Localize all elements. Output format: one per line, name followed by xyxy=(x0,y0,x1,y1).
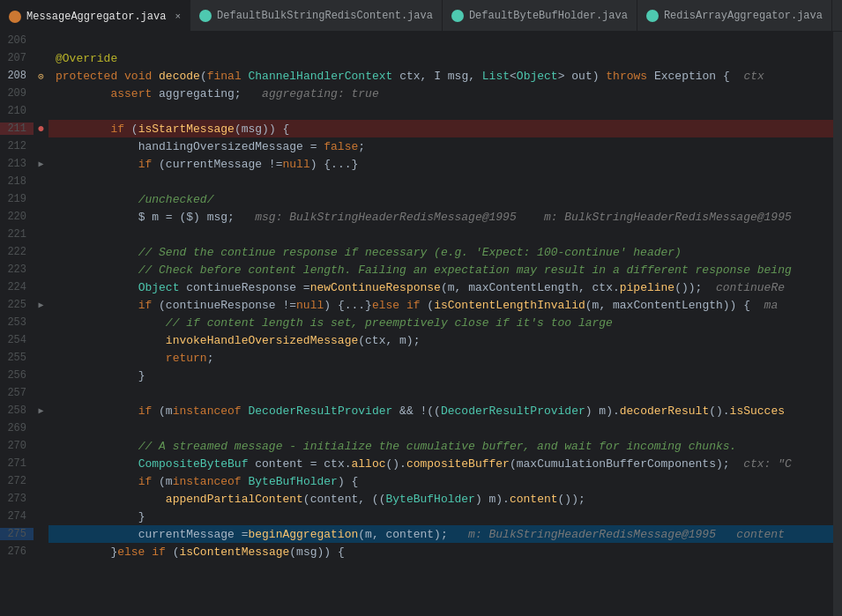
tab-label-3: DefaultByteBufHolder.java xyxy=(469,10,628,22)
kw-if-272: if xyxy=(138,475,153,488)
type-object-224: Object xyxy=(138,281,180,294)
kw-final: final xyxy=(207,70,242,83)
line-number-213: 213 xyxy=(0,158,34,170)
space-4 xyxy=(392,70,399,83)
indent-211 xyxy=(56,122,110,136)
brace-274: } xyxy=(138,510,145,523)
indent-274 xyxy=(56,510,138,523)
method-compositeBuffer: compositeBuffer xyxy=(406,457,510,471)
indent-225 xyxy=(56,299,138,312)
indent-213 xyxy=(56,158,138,171)
indent-209 xyxy=(56,87,110,100)
type-object: Object xyxy=(517,70,558,83)
code-line-213: if (currentMessage != null ) {...} xyxy=(48,155,833,173)
indent-219 xyxy=(56,193,138,206)
ellipsis-213: ) {...} xyxy=(310,158,359,171)
tab-label-4: RedisArrayAggregator.java xyxy=(664,10,823,22)
code-line-253: // if content length is set, preemptivel… xyxy=(48,314,833,331)
vertical-scrollbar[interactable] xyxy=(833,32,842,616)
tab-redis-array[interactable]: RedisArrayAggregator.java xyxy=(637,0,832,31)
line-number-269: 269 xyxy=(0,422,34,434)
line-number-218: 218 xyxy=(0,175,34,188)
cond-225: (continueResponse != xyxy=(152,299,296,312)
code-line-206 xyxy=(48,32,833,49)
code-line-272: if (m instanceof ByteBufHolder ) { xyxy=(48,472,833,490)
type-byteBufHolder2: ByteBufHolder xyxy=(385,493,474,506)
cond2-225: ( xyxy=(421,299,435,312)
indicator-211: ● xyxy=(34,122,48,135)
debug-ctx: ctx xyxy=(730,70,764,83)
indicator-258: ▶ xyxy=(34,405,48,416)
method-decoderResult: decoderResult xyxy=(620,404,709,418)
kw-instanceof-272: instanceof xyxy=(173,475,242,488)
fold-arrow-213[interactable]: ▶ xyxy=(38,159,43,169)
editor-area: 206 207 208 ⊙ 209 210 211 ● 212 xyxy=(0,32,842,616)
comment-223: // Check before content length. Failing … xyxy=(138,263,792,277)
gutter-row-213: 213 ▶ xyxy=(0,155,48,173)
var-content-271: content = ctx. xyxy=(255,457,351,471)
line-number-224: 224 xyxy=(0,281,34,293)
code-line-218 xyxy=(48,173,833,190)
line-number-258: 258 xyxy=(0,404,34,417)
tab-close-1[interactable]: × xyxy=(175,11,181,22)
line-number-206: 206 xyxy=(0,34,34,47)
var-continueResponse: continueResponse = xyxy=(186,281,309,294)
code-line-209: assert aggregating; aggregating: true xyxy=(48,85,833,102)
code-line-255: return ; xyxy=(48,349,833,367)
semi-255: ; xyxy=(207,352,214,365)
code-line-208: protected void decode ( final ChannelHan… xyxy=(48,67,833,85)
gutter-row-210: 210 xyxy=(0,102,48,120)
debug-271: ctx: "C xyxy=(730,457,792,471)
kw-if-258: if xyxy=(138,404,153,418)
gutter-row-254: 254 xyxy=(0,331,48,349)
fold-arrow-225[interactable]: ▶ xyxy=(38,300,43,310)
space-258 xyxy=(152,404,159,418)
brace-else-276: } xyxy=(56,545,117,559)
space-if-211 xyxy=(124,122,131,136)
line-number-223: 223 xyxy=(0,263,34,276)
gutter-row-272: 272 xyxy=(0,472,48,490)
line-number-270: 270 xyxy=(0,440,34,452)
dollar-220: $ m = ($) msg; xyxy=(138,211,235,224)
code-content[interactable]: @Override protected void decode ( final … xyxy=(48,32,833,616)
code-line-275: currentMessage = beginAggregation (m, co… xyxy=(48,525,833,543)
args2-224: ()); xyxy=(674,281,702,294)
indent-220 xyxy=(56,211,138,224)
gutter-row-225: 225 ▶ xyxy=(0,296,48,314)
line-number-222: 222 xyxy=(0,246,34,258)
indent-271 xyxy=(56,457,138,471)
method-invokeHandle: invokeHandleOversizedMessage xyxy=(166,334,358,347)
method-newContinueResponse: newContinueResponse xyxy=(310,281,441,294)
breakpoint-icon[interactable]: ● xyxy=(37,122,44,135)
tab-label-1: MessageAggregator.java xyxy=(26,11,166,23)
kw-protected: protected xyxy=(56,70,117,83)
method-appendPartial: appendPartialContent xyxy=(166,493,303,506)
line-number-275: 275 xyxy=(0,528,34,540)
kw-else-276: else xyxy=(117,545,145,559)
var-i-msg: I msg, xyxy=(434,70,475,83)
type-byteBufHolder: ByteBufHolder xyxy=(248,475,337,488)
tab-default-byte[interactable]: DefaultByteBufHolder.java xyxy=(443,0,637,31)
space-7 xyxy=(564,70,571,83)
file-icon-java-2 xyxy=(199,10,212,22)
method-isContentLength: isContentLengthInvalid xyxy=(434,299,585,312)
indent-212 xyxy=(56,140,138,153)
gutter-row-218: 218 xyxy=(0,173,48,190)
tab-label-2: DefaultBulkStringRedisContent.java xyxy=(217,10,433,22)
gutter-row-257: 257 xyxy=(0,384,48,402)
tab-default-bulk[interactable]: DefaultBulkStringRedisContent.java xyxy=(190,0,443,31)
var-out: out) xyxy=(571,70,599,83)
space-else-225 xyxy=(399,299,406,312)
paren-211: ( xyxy=(131,122,138,136)
code-line-220: $ m = ($) msg; msg: BulkStringHeaderRedi… xyxy=(48,208,833,226)
args-271: (maxCumulationBufferComponents); xyxy=(510,457,730,471)
angle-open: < xyxy=(510,70,517,83)
fold-arrow-258[interactable]: ▶ xyxy=(38,405,43,416)
cast-273: ) m). xyxy=(475,493,510,506)
gutter-row-207: 207 xyxy=(0,49,48,67)
space-brace-211 xyxy=(276,122,283,136)
cond-276: ( xyxy=(166,545,180,559)
tab-message-aggregator[interactable]: MessageAggregator.java × xyxy=(0,0,190,31)
gutter-row-270: 270 xyxy=(0,437,48,455)
type-list: List xyxy=(482,70,510,83)
